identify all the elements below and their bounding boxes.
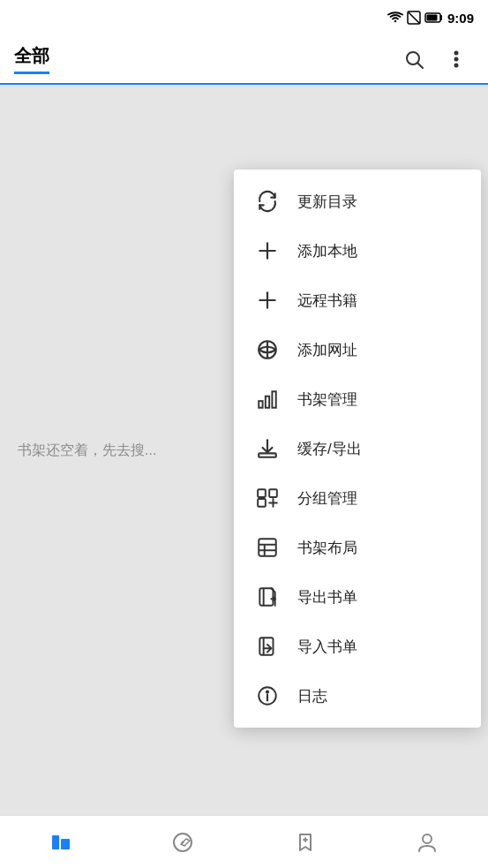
log-icon (255, 683, 280, 708)
svg-point-34 (267, 691, 268, 693)
dropdown-menu: 更新目录 添加本地 (234, 170, 481, 728)
bookmark-nav-icon (293, 830, 318, 855)
more-button[interactable] (439, 42, 474, 77)
nav-item-profile[interactable] (401, 820, 454, 864)
menu-item-add-local[interactable]: 添加本地 (234, 226, 481, 275)
menu-label-log: 日志 (297, 686, 327, 706)
svg-point-8 (455, 64, 458, 67)
dropdown-overlay[interactable]: 更新目录 添加本地 (0, 85, 488, 815)
menu-label-shelf-layout: 书架布局 (297, 538, 357, 558)
add-local-icon (255, 238, 280, 263)
svg-rect-21 (258, 499, 266, 507)
svg-rect-35 (52, 835, 59, 849)
menu-item-export-list[interactable]: 导出书单 (234, 572, 481, 622)
svg-rect-3 (426, 15, 437, 21)
svg-point-42 (423, 834, 432, 843)
menu-item-add-url[interactable]: 添加网址 (234, 325, 481, 374)
wifi-icon (387, 11, 403, 24)
group-manage-icon (255, 486, 280, 510)
signal-icon (407, 11, 421, 25)
top-bar: 全部 (0, 35, 488, 85)
menu-item-import-list[interactable]: 导入书单 (234, 622, 481, 671)
svg-rect-30 (259, 638, 273, 655)
menu-item-shelf-manage[interactable]: 书架管理 (234, 374, 481, 424)
svg-rect-19 (258, 489, 266, 497)
add-url-icon (255, 337, 280, 362)
menu-label-group-manage: 分组管理 (297, 488, 357, 509)
menu-label-refresh: 更新目录 (297, 192, 357, 212)
svg-rect-18 (259, 453, 276, 457)
bookshelf-nav-icon (49, 830, 73, 855)
svg-line-5 (418, 64, 424, 69)
menu-label-cache-export: 缓存/导出 (297, 439, 362, 459)
shelf-layout-icon (255, 535, 280, 560)
menu-item-shelf-layout[interactable]: 书架布局 (234, 523, 481, 572)
menu-item-add-remote[interactable]: 远程书籍 (234, 275, 481, 325)
add-remote-icon (255, 288, 280, 313)
top-bar-actions (396, 42, 474, 77)
svg-point-7 (455, 58, 458, 61)
svg-rect-20 (269, 489, 277, 497)
nav-item-bookmark[interactable] (279, 820, 332, 864)
export-list-icon (255, 585, 280, 609)
menu-label-import-list: 导入书单 (297, 637, 357, 657)
menu-item-refresh[interactable]: 更新目录 (234, 177, 481, 226)
svg-point-6 (455, 52, 458, 55)
svg-rect-36 (61, 839, 70, 849)
svg-line-1 (408, 11, 420, 24)
menu-label-shelf-manage: 书架管理 (297, 389, 357, 410)
menu-item-cache-export[interactable]: 缓存/导出 (234, 424, 481, 473)
refresh-icon (255, 189, 280, 214)
svg-rect-16 (266, 396, 269, 408)
status-icons: 9:09 (387, 11, 474, 26)
cache-export-icon (255, 436, 280, 461)
svg-point-39 (182, 841, 184, 843)
svg-rect-15 (259, 401, 262, 408)
page-title: 全部 (14, 44, 396, 74)
svg-rect-28 (259, 588, 273, 606)
menu-label-export-list: 导出书单 (297, 587, 357, 608)
discover-nav-icon (170, 830, 195, 855)
more-icon (446, 49, 467, 70)
battery-icon (424, 11, 444, 24)
status-time: 9:09 (447, 11, 474, 26)
menu-item-log[interactable]: 日志 (234, 671, 481, 721)
main-content: 书架还空着，先去搜... 更新目录 (0, 85, 488, 815)
status-bar: 9:09 (0, 0, 488, 35)
shelf-manage-icon (255, 387, 280, 411)
search-icon (403, 49, 424, 70)
menu-item-group-manage[interactable]: 分组管理 (234, 473, 481, 523)
search-button[interactable] (396, 42, 432, 77)
svg-rect-24 (259, 539, 276, 556)
menu-label-add-local: 添加本地 (297, 241, 357, 261)
nav-item-discover[interactable] (156, 820, 209, 864)
nav-item-bookshelf[interactable] (34, 820, 87, 864)
svg-rect-17 (272, 391, 275, 407)
menu-label-add-remote: 远程书籍 (297, 291, 357, 311)
menu-label-add-url: 添加网址 (297, 340, 357, 360)
bottom-nav (0, 815, 488, 868)
profile-nav-icon (415, 830, 439, 855)
import-list-icon (255, 634, 280, 659)
